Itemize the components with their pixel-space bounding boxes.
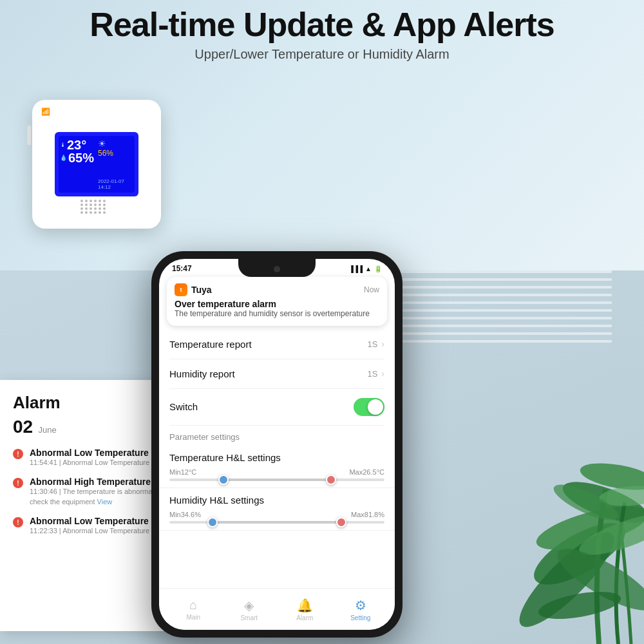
nav-main-icon: ⌂ <box>189 598 197 612</box>
header: Real-time Update & App Alerts Upper/Lowe… <box>0 6 644 62</box>
alarm-item-2-view[interactable]: View <box>97 498 113 506</box>
notif-title: Over temperature alarm <box>175 299 379 309</box>
nav-setting-icon: ⚙ <box>355 598 366 613</box>
temp-slider-range <box>223 478 331 481</box>
notif-time: Now <box>364 285 379 294</box>
temperature-report-row[interactable]: Temperature report 1S › <box>169 330 384 359</box>
humidity-report-value: 1S <box>367 369 377 379</box>
nav-setting[interactable]: ⚙ Setting <box>333 598 389 621</box>
app-content: Temperature report 1S › Humidity report … <box>159 330 395 623</box>
alarm-dot-2 <box>13 478 23 488</box>
temp-report-label: Temperature report <box>169 339 252 350</box>
alarm-item-3-title: Abnormal Low Temperature <box>30 516 167 526</box>
wifi-icon: 📶 <box>41 108 50 116</box>
humidity-report-row[interactable]: Humidity report 1S › <box>169 359 384 389</box>
temp-icon: 🌡 <box>60 142 66 148</box>
phone-screen: 15:47 ↗ ▐▐▐ ▲ 🔋 t Tuya Now Over tempera <box>159 259 395 630</box>
temp-report-value: 1S <box>367 339 377 349</box>
toggle-knob <box>368 399 383 415</box>
tuya-logo: t <box>175 283 187 296</box>
bottom-nav: ⌂ Main ◈ Smart 🔔 Alarm ⚙ Setting <box>159 588 395 630</box>
side-button <box>27 126 31 145</box>
temp-slider-track[interactable] <box>169 478 384 481</box>
humidity-slider-left-thumb[interactable] <box>207 517 218 527</box>
temp-max-label: Max26.5°C <box>349 468 384 476</box>
humidity-report-chevron: › <box>381 368 384 379</box>
signal-icon: ▐▐▐ <box>349 265 363 272</box>
temp-slider-left-thumb[interactable] <box>218 475 229 485</box>
temp-settings-title: Temperature H&L settings <box>169 452 384 463</box>
humidity-icon: 💧 <box>60 155 67 161</box>
switch-label: Switch <box>169 401 198 412</box>
alarm-dot-1 <box>13 449 23 459</box>
alarm-month: June <box>39 425 57 435</box>
device-sensor: 📶 🌡 23° 💧 65% ☀ 56% <box>32 100 161 229</box>
notif-app-name: Tuya <box>191 285 212 295</box>
sensor-humidity: 65% <box>68 151 94 164</box>
nav-alarm-label: Alarm <box>296 614 313 621</box>
humidity-slider-range <box>213 521 341 524</box>
humidity-report-label: Humidity report <box>169 368 235 379</box>
nav-main[interactable]: ⌂ Main <box>166 598 222 621</box>
phone-container: 15:47 ↗ ▐▐▐ ▲ 🔋 t Tuya Now Over tempera <box>151 251 402 638</box>
phone-notch <box>238 259 316 277</box>
camera <box>274 266 280 272</box>
battery-icon: 🔋 <box>374 265 382 272</box>
sensor-screen: 🌡 23° 💧 65% ☀ 56% 2022-01-07 1 <box>55 132 138 196</box>
alarm-item-1-title: Abnormal Low Temperature <box>30 448 167 458</box>
temp-settings-row: Temperature H&L settings Min12°C Max26.5… <box>159 446 395 488</box>
nav-setting-label: Setting <box>350 614 370 621</box>
humidity-settings-title: Humidity H&L settings <box>169 495 384 506</box>
sensor-sun-icon: ☀ <box>98 138 133 149</box>
phone-outer: 15:47 ↗ ▐▐▐ ▲ 🔋 t Tuya Now Over tempera <box>151 251 402 638</box>
sensor-speaker <box>80 200 113 219</box>
alarm-dot-3 <box>13 517 23 527</box>
humidity-max-label: Max81.8% <box>351 511 384 518</box>
nav-smart-label: Smart <box>240 614 258 621</box>
alarm-item-1-desc: 11:54:41 | Abnormal Low Temperature View <box>30 458 167 468</box>
status-time: 15:47 <box>172 264 192 273</box>
notif-body: The temperature and humidity sensor is o… <box>175 309 379 319</box>
alarm-title: Alarm <box>13 393 61 413</box>
parameter-section-header: Parameter settings <box>159 426 395 446</box>
nav-main-label: Main <box>186 614 200 621</box>
nav-alarm[interactable]: 🔔 Alarm <box>277 598 333 621</box>
notification-banner: t Tuya Now Over temperature alarm The te… <box>167 277 387 326</box>
nav-smart-icon: ◈ <box>244 598 254 613</box>
sensor-date: 2022-01-07 <box>98 178 133 184</box>
nav-alarm-icon: 🔔 <box>297 598 313 613</box>
humidity-min-label: Min34.6% <box>169 511 201 518</box>
sensor-time: 14:12 <box>98 184 133 190</box>
alarm-item-3-desc: 11:22:33 | Abnormal Low Temperature View <box>30 526 167 536</box>
switch-row[interactable]: Switch <box>169 389 384 426</box>
sensor-temperature: 23° <box>67 138 86 151</box>
temp-report-chevron: › <box>381 339 384 349</box>
sensor-sun-value: 56% <box>98 149 133 158</box>
wifi-status-icon: ▲ <box>365 265 372 272</box>
humidity-slider-track[interactable] <box>169 521 384 524</box>
temp-slider-right-thumb[interactable] <box>326 475 336 485</box>
humidity-settings-row: Humidity H&L settings Min34.6% Max81.8% <box>159 488 395 531</box>
switch-toggle[interactable] <box>354 398 384 416</box>
nav-smart[interactable]: ◈ Smart <box>222 598 278 621</box>
alarm-day: 02 <box>13 417 33 437</box>
main-title: Real-time Update & App Alerts <box>0 6 644 43</box>
temp-min-label: Min12°C <box>169 468 196 476</box>
humidity-slider-right-thumb[interactable] <box>336 517 346 527</box>
sub-title: Upper/Lower Temperature or Humidity Alar… <box>0 47 644 62</box>
